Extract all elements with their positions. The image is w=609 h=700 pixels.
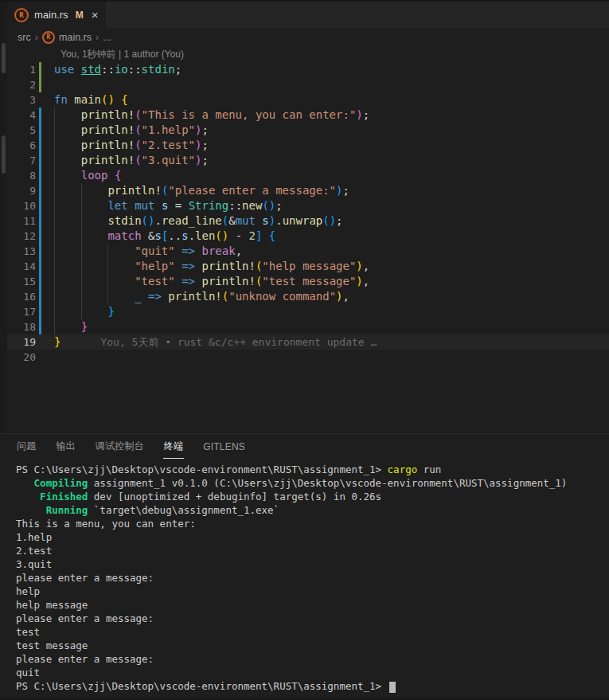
code-token: [74, 63, 80, 76]
code-line[interactable]: 10 let mut s = String::new();: [7, 198, 609, 213]
code-token: &: [228, 214, 235, 227]
breadcrumb-item[interactable]: ...: [103, 32, 111, 43]
terminal-line: please enter a message:: [16, 612, 609, 625]
indent-guide: [107, 259, 108, 274]
breadcrumb-item[interactable]: main.rs: [59, 32, 92, 43]
git-gutter-modified-bar: [36, 274, 44, 289]
indent-guide: [54, 108, 55, 123]
code-line[interactable]: 14 "help" => println!("help message"),: [7, 259, 609, 274]
breadcrumb: src›Rmain.rs›...: [7, 28, 609, 46]
terminal-text: 3.quit: [16, 558, 52, 570]
code-token: (: [222, 214, 228, 227]
code-line[interactable]: 15 "test" => println!("test message"),: [7, 274, 609, 289]
terminal-line: This is a menu, you can enter:: [16, 517, 609, 530]
code-line[interactable]: 9 println!("please enter a message:");: [7, 183, 609, 198]
code-token: ,: [363, 275, 369, 287]
code-token: ..: [168, 229, 182, 242]
code-token: [54, 154, 81, 166]
code-line[interactable]: 12 match &s[..s.len() - 2] {: [7, 229, 609, 244]
code-editor[interactable]: 1use std::io::stdin;23fn main() {4 print…: [7, 62, 609, 365]
code-line[interactable]: 2: [7, 77, 609, 92]
code-token: "test message": [262, 275, 356, 287]
code-line[interactable]: 19}You, 5天前 • rust &c/c++ environment up…: [7, 334, 609, 350]
code-token: [262, 229, 268, 242]
code-token: {: [121, 93, 127, 106]
terminal-text: This is a menu, you can enter:: [16, 518, 196, 530]
line-number: 12: [7, 229, 36, 244]
code-token: ): [336, 290, 342, 303]
code-line[interactable]: 16 _ => println!("unknow command"),: [7, 289, 609, 304]
code-token: ,: [363, 260, 369, 272]
code-text: let mut s = String::new();: [44, 198, 283, 213]
panel-tab-输出[interactable]: 输出: [55, 435, 76, 459]
git-gutter-modified-bar: [36, 304, 44, 319]
code-token: "unknow command": [228, 290, 336, 303]
terminal-line: test: [16, 625, 609, 639]
indent-guide: [54, 229, 55, 244]
code-line[interactable]: 17 }: [7, 304, 609, 319]
code-token: (: [222, 290, 228, 303]
close-icon[interactable]: ×: [92, 9, 99, 21]
breadcrumb-item[interactable]: src: [18, 32, 31, 43]
code-line[interactable]: 18 }: [7, 319, 609, 334]
code-text: println!("3.quit");: [44, 153, 209, 168]
line-number: 6: [7, 138, 36, 153]
code-text: }You, 5天前 • rust &c/c++ environment upda…: [44, 334, 377, 350]
tab-main-rs[interactable]: R main.rs M ×: [7, 2, 107, 28]
git-gutter-modified-bar: [36, 289, 44, 304]
git-gutter-modified-bar: [36, 213, 44, 229]
terminal-line: 2.test: [16, 544, 609, 557]
panel-tab-调试控制台[interactable]: 调试控制台: [95, 435, 145, 459]
code-token: [54, 320, 81, 333]
code-token: mut: [135, 199, 154, 212]
code-token: "quit": [135, 244, 175, 257]
code-text: use std::io::stdin;: [44, 62, 182, 77]
indent-guide: [54, 213, 55, 229]
line-number: 5: [7, 123, 36, 138]
code-line[interactable]: 13 "quit" => break,: [7, 244, 609, 259]
terminal-text: please enter a message:: [16, 653, 154, 665]
git-gutter-modified-bar: [36, 108, 44, 123]
code-token: stdin: [107, 214, 141, 227]
code-line[interactable]: 1use std::io::stdin;: [7, 62, 609, 77]
terminal-text: Compiling: [16, 477, 88, 489]
code-token: "test": [135, 275, 175, 287]
code-line[interactable]: 5 println!("1.help");: [7, 123, 609, 138]
panel-tab-终端[interactable]: 终端: [163, 435, 184, 459]
code-text: println!("2.test");: [44, 138, 209, 153]
code-token: println!: [81, 108, 135, 121]
code-text: [44, 350, 54, 365]
terminal-line: Compiling assignment_1 v0.1.0 (C:\Users\…: [16, 476, 609, 490]
git-gutter-added-bar: [36, 62, 44, 77]
code-line[interactable]: 3fn main() {: [7, 92, 609, 108]
terminal-text: dev [unoptimized + debuginfo] target(s) …: [88, 491, 381, 503]
code-line[interactable]: 20: [7, 350, 609, 365]
code-token: [175, 244, 182, 257]
code-token: String: [189, 199, 229, 212]
terminal-output[interactable]: PS C:\Users\zjj\Desktop\vscode-environme…: [16, 463, 609, 693]
tab-filename: main.rs: [34, 9, 68, 21]
terminal-line: please enter a message:: [16, 652, 609, 666]
code-token: "3.quit": [142, 154, 195, 166]
code-text: "test" => println!("test message"),: [44, 274, 369, 289]
code-token: fn: [54, 93, 68, 106]
code-line[interactable]: 8 loop {: [7, 168, 609, 183]
code-line[interactable]: 4 println!("This is a menu, you can ente…: [7, 108, 609, 123]
panel-tab-问题[interactable]: 问题: [16, 435, 37, 459]
code-token: loop: [81, 169, 108, 182]
indent-guide: [107, 274, 108, 289]
code-token: [54, 290, 135, 303]
panel-tab-GITLENS[interactable]: GITLENS: [202, 436, 246, 458]
code-token: (: [135, 108, 141, 121]
code-token: ::: [101, 63, 115, 76]
code-token: (): [262, 199, 275, 212]
code-line[interactable]: 11 stdin().read_line(&mut s).unwrap();: [7, 213, 609, 229]
code-line[interactable]: 7 println!("3.quit");: [7, 153, 609, 168]
code-token: ::: [128, 63, 142, 76]
code-token: println!: [168, 290, 221, 303]
git-gutter-modified-bar: [36, 319, 44, 334]
code-line[interactable]: 6 println!("2.test");: [7, 138, 609, 153]
line-number: 10: [7, 198, 36, 213]
code-token: println!: [81, 139, 135, 151]
code-token: "please enter a message:": [168, 184, 336, 197]
